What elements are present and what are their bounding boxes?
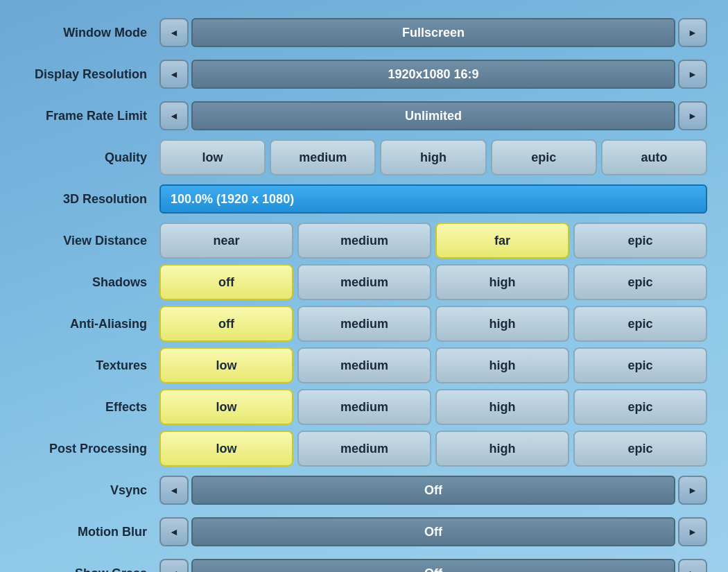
quality-row: Quality low medium high epic auto: [21, 139, 707, 176]
vsync-right-arrow[interactable]: ►: [678, 476, 707, 505]
vsync-value: Off: [191, 476, 675, 505]
effects-epic-btn[interactable]: epic: [573, 389, 707, 425]
frame-rate-limit-value: Unlimited: [191, 101, 675, 130]
window-mode-label: Window Mode: [21, 26, 159, 40]
window-mode-left-arrow[interactable]: ◄: [159, 18, 189, 47]
view-distance-options: near medium far epic: [159, 223, 707, 259]
show-grass-value: Off: [191, 559, 675, 572]
display-resolution-label: Display Resolution: [21, 67, 159, 82]
effects-label: Effects: [21, 400, 159, 415]
motion-blur-value: Off: [191, 517, 675, 546]
anti-aliasing-medium-btn[interactable]: medium: [297, 306, 431, 342]
post-processing-label: Post Processing: [21, 442, 159, 456]
frame-rate-limit-label: Frame Rate Limit: [21, 109, 159, 123]
effects-medium-btn[interactable]: medium: [297, 389, 431, 425]
view-distance-epic-btn[interactable]: epic: [573, 223, 707, 259]
frame-rate-limit-left-arrow[interactable]: ◄: [159, 101, 189, 130]
textures-low-btn[interactable]: low: [159, 347, 293, 383]
effects-low-btn[interactable]: low: [159, 389, 293, 425]
shadows-off-btn[interactable]: off: [159, 264, 293, 300]
display-resolution-right-arrow[interactable]: ►: [678, 60, 707, 89]
window-mode-value: Fullscreen: [191, 18, 675, 47]
shadows-medium-btn[interactable]: medium: [297, 264, 431, 300]
post-processing-row: Post Processing low medium high epic: [21, 430, 707, 467]
show-grass-right-arrow[interactable]: ►: [678, 559, 707, 572]
post-processing-high-btn[interactable]: high: [435, 431, 569, 467]
motion-blur-control: ◄ Off ►: [159, 517, 707, 546]
settings-panel: Window Mode ◄ Fullscreen ► Display Resol…: [21, 14, 707, 572]
quality-medium-btn[interactable]: medium: [270, 139, 376, 175]
textures-medium-btn[interactable]: medium: [297, 347, 431, 383]
display-resolution-left-arrow[interactable]: ◄: [159, 60, 189, 89]
resolution-3d-label: 3D Resolution: [21, 192, 159, 207]
vsync-row: Vsync ◄ Off ►: [21, 471, 707, 509]
shadows-row: Shadows off medium high epic: [21, 263, 707, 301]
shadows-high-btn[interactable]: high: [435, 264, 569, 300]
motion-blur-label: Motion Blur: [21, 525, 159, 539]
post-processing-medium-btn[interactable]: medium: [297, 431, 431, 467]
motion-blur-row: Motion Blur ◄ Off ►: [21, 513, 707, 551]
show-grass-label: Show Grass: [21, 566, 159, 573]
textures-epic-btn[interactable]: epic: [573, 347, 707, 383]
view-distance-far-btn[interactable]: far: [435, 223, 569, 259]
quality-auto-btn[interactable]: auto: [601, 139, 707, 175]
anti-aliasing-off-btn[interactable]: off: [159, 306, 293, 342]
window-mode-right-arrow[interactable]: ►: [678, 18, 707, 47]
resolution-3d-slider[interactable]: 100.0% (1920 x 1080): [159, 184, 707, 214]
textures-row: Textures low medium high epic: [21, 347, 707, 384]
motion-blur-left-arrow[interactable]: ◄: [159, 517, 189, 546]
resolution-3d-control: 100.0% (1920 x 1080): [159, 184, 707, 214]
quality-epic-btn[interactable]: epic: [491, 139, 597, 175]
view-distance-near-btn[interactable]: near: [159, 223, 293, 259]
motion-blur-right-arrow[interactable]: ►: [678, 517, 707, 546]
frame-rate-limit-row: Frame Rate Limit ◄ Unlimited ►: [21, 97, 707, 135]
anti-aliasing-options: off medium high epic: [159, 306, 707, 342]
textures-high-btn[interactable]: high: [435, 347, 569, 383]
effects-row: Effects low medium high epic: [21, 388, 707, 426]
frame-rate-limit-control: ◄ Unlimited ►: [159, 101, 707, 130]
quality-label: Quality: [21, 150, 159, 165]
show-grass-control: ◄ Off ►: [159, 559, 707, 572]
anti-aliasing-epic-btn[interactable]: epic: [573, 306, 707, 342]
quality-options: low medium high epic auto: [159, 139, 707, 175]
resolution-3d-row: 3D Resolution 100.0% (1920 x 1080): [21, 180, 707, 218]
anti-aliasing-row: Anti-Aliasing off medium high epic: [21, 305, 707, 343]
view-distance-medium-btn[interactable]: medium: [297, 223, 431, 259]
textures-label: Textures: [21, 358, 159, 373]
display-resolution-row: Display Resolution ◄ 1920x1080 16:9 ►: [21, 55, 707, 93]
view-distance-label: View Distance: [21, 234, 159, 248]
quality-low-btn[interactable]: low: [159, 139, 266, 175]
vsync-control: ◄ Off ►: [159, 476, 707, 505]
show-grass-left-arrow[interactable]: ◄: [159, 559, 189, 572]
show-grass-row: Show Grass ◄ Off ►: [21, 555, 707, 572]
effects-options: low medium high epic: [159, 389, 707, 425]
post-processing-epic-btn[interactable]: epic: [573, 431, 707, 467]
display-resolution-value: 1920x1080 16:9: [191, 60, 675, 89]
window-mode-row: Window Mode ◄ Fullscreen ►: [21, 14, 707, 51]
effects-high-btn[interactable]: high: [435, 389, 569, 425]
view-distance-row: View Distance near medium far epic: [21, 222, 707, 259]
shadows-epic-btn[interactable]: epic: [573, 264, 707, 300]
anti-aliasing-label: Anti-Aliasing: [21, 317, 159, 331]
vsync-label: Vsync: [21, 483, 159, 498]
vsync-left-arrow[interactable]: ◄: [159, 476, 189, 505]
textures-options: low medium high epic: [159, 347, 707, 383]
frame-rate-limit-right-arrow[interactable]: ►: [678, 101, 707, 130]
anti-aliasing-high-btn[interactable]: high: [435, 306, 569, 342]
shadows-label: Shadows: [21, 275, 159, 290]
window-mode-control: ◄ Fullscreen ►: [159, 18, 707, 47]
display-resolution-control: ◄ 1920x1080 16:9 ►: [159, 60, 707, 89]
shadows-options: off medium high epic: [159, 264, 707, 300]
post-processing-low-btn[interactable]: low: [159, 431, 293, 467]
post-processing-options: low medium high epic: [159, 431, 707, 467]
quality-high-btn[interactable]: high: [380, 139, 486, 175]
